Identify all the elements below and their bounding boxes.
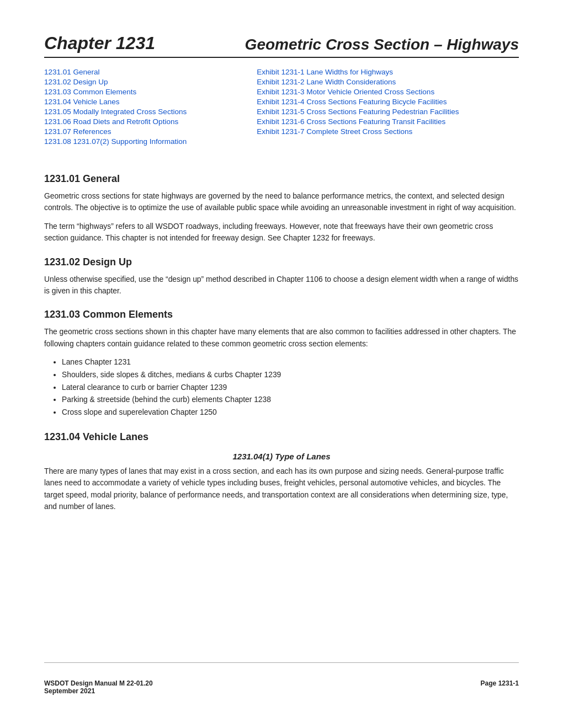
toc-link-toc-general[interactable]: 1231.01 General	[44, 68, 246, 76]
main-content: 1231.01 General Geometric cross sections…	[44, 161, 519, 662]
toc-link-toc-road-diets[interactable]: 1231.06 Road Diets and Retrofit Options	[44, 117, 246, 126]
table-of-contents: 1231.01 General1231.02 Design Up1231.03 …	[44, 68, 519, 146]
heading-common-elements: 1231.03 Common Elements	[44, 309, 519, 320]
vehicle-lanes-para-1: There are many types of lanes that may e…	[44, 465, 519, 513]
toc-exhibit-link-1[interactable]: Exhibit 1231-2 Lane Width Considerations	[257, 78, 519, 86]
toc-link-toc-supporting[interactable]: 1231.08 1231.07(2) Supporting Informatio…	[44, 137, 246, 146]
toc-exhibit-link-5[interactable]: Exhibit 1231-6 Cross Sections Featuring …	[257, 117, 519, 126]
section-general: 1231.01 General Geometric cross sections…	[44, 173, 519, 244]
general-para-1: Geometric cross sections for state highw…	[44, 190, 519, 214]
toc-left-column: 1231.01 General1231.02 Design Up1231.03 …	[44, 68, 246, 146]
page: Chapter 1231 Geometric Cross Section – H…	[0, 0, 563, 728]
toc-link-toc-references[interactable]: 1231.07 References	[44, 127, 246, 136]
bullet-item-4: Cross slope and superelevation Chapter 1…	[62, 406, 519, 419]
chapter-subtitle: Geometric Cross Section – Highways	[245, 36, 519, 53]
heading-type-of-lanes: 1231.04(1) Type of Lanes	[44, 452, 519, 461]
section-common-elements: 1231.03 Common Elements The geometric cr…	[44, 309, 519, 419]
footer-manual: WSDOT Design Manual M 22-01.20	[44, 679, 153, 687]
design-up-para-1: Unless otherwise specified, use the “des…	[44, 274, 519, 297]
footer-date: September 2021	[44, 687, 153, 695]
bullet-item-1: Shoulders, side slopes & ditches, median…	[62, 369, 519, 382]
toc-link-toc-common-elements[interactable]: 1231.03 Common Elements	[44, 88, 246, 96]
chapter-title: Chapter 1231	[44, 33, 155, 53]
heading-general: 1231.01 General	[44, 173, 519, 185]
footer-page-number: Page 1231-1	[481, 679, 519, 687]
footer-left: WSDOT Design Manual M 22-01.20 September…	[44, 679, 153, 695]
section-vehicle-lanes: 1231.04 Vehicle Lanes 1231.04(1) Type of…	[44, 431, 519, 513]
heading-design-up: 1231.02 Design Up	[44, 256, 519, 268]
heading-vehicle-lanes: 1231.04 Vehicle Lanes	[44, 431, 519, 443]
toc-link-toc-modally[interactable]: 1231.05 Modally Integrated Cross Section…	[44, 108, 246, 116]
bullet-item-2: Lateral clearance to curb or barrier Cha…	[62, 382, 519, 394]
toc-exhibit-link-2[interactable]: Exhibit 1231-3 Motor Vehicle Oriented Cr…	[257, 88, 519, 96]
bullet-item-3: Parking & streetside (behind the curb) e…	[62, 394, 519, 406]
toc-exhibit-link-6[interactable]: Exhibit 1231-7 Complete Street Cross Sec…	[257, 127, 519, 136]
page-footer: WSDOT Design Manual M 22-01.20 September…	[44, 662, 519, 695]
toc-link-toc-design-up[interactable]: 1231.02 Design Up	[44, 78, 246, 86]
toc-exhibit-link-4[interactable]: Exhibit 1231-5 Cross Sections Featuring …	[257, 108, 519, 116]
common-elements-list: Lanes Chapter 1231Shoulders, side slopes…	[62, 356, 519, 419]
bullet-item-0: Lanes Chapter 1231	[62, 356, 519, 369]
section-design-up: 1231.02 Design Up Unless otherwise speci…	[44, 256, 519, 297]
toc-link-toc-vehicle-lanes[interactable]: 1231.04 Vehicle Lanes	[44, 98, 246, 106]
chapter-header: Chapter 1231 Geometric Cross Section – H…	[44, 33, 519, 58]
toc-exhibit-link-3[interactable]: Exhibit 1231-4 Cross Sections Featuring …	[257, 98, 519, 106]
toc-exhibit-link-0[interactable]: Exhibit 1231-1 Lane Widths for Highways	[257, 68, 519, 76]
common-elements-para-1: The geometric cross sections shown in th…	[44, 326, 519, 350]
toc-right-column: Exhibit 1231-1 Lane Widths for HighwaysE…	[257, 68, 519, 146]
general-para-2: The term “highways” refers to all WSDOT …	[44, 221, 519, 244]
